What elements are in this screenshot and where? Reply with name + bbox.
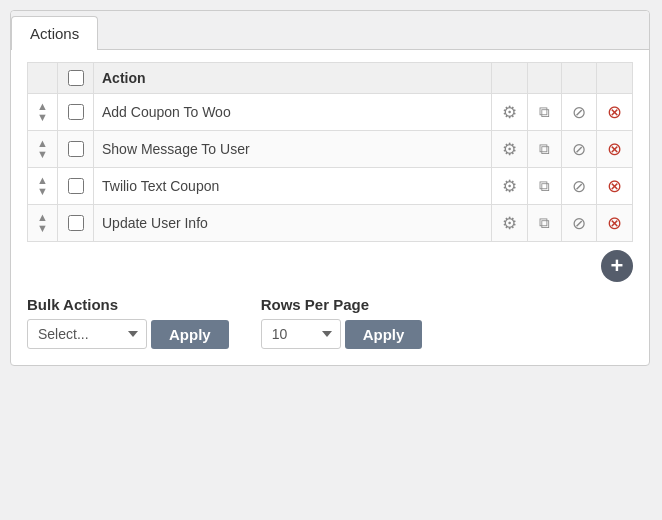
add-btn-row: +	[27, 250, 633, 282]
remove-icon	[607, 212, 622, 234]
gear-icon	[502, 176, 517, 197]
copy-icon	[539, 102, 550, 122]
settings-cell	[492, 168, 528, 205]
bulk-actions-label: Bulk Actions	[27, 296, 229, 313]
table-row: ▲ ▼ Twilio Text Coupon	[28, 168, 633, 205]
bulk-actions-controls: Select...Delete Apply	[27, 319, 229, 349]
drag-handle[interactable]: ▲ ▼	[36, 175, 49, 197]
rows-apply-button[interactable]: Apply	[345, 320, 423, 349]
block-icon	[572, 213, 586, 234]
row-checkbox[interactable]	[68, 178, 84, 194]
panel-content: Action ▲ ▼ Add Coupon To	[11, 50, 649, 365]
remove-cell	[597, 131, 633, 168]
block-cell	[562, 94, 597, 131]
copy-button[interactable]	[537, 100, 552, 124]
remove-cell	[597, 205, 633, 242]
settings-button[interactable]	[500, 211, 519, 236]
table-row: ▲ ▼ Show Message To User	[28, 131, 633, 168]
copy-icon	[539, 213, 550, 233]
gear-icon	[502, 102, 517, 123]
tab-actions[interactable]: Actions	[11, 16, 98, 50]
settings-cell	[492, 94, 528, 131]
bulk-actions-section: Bulk Actions Select...Delete Apply	[27, 296, 229, 349]
settings-cell	[492, 131, 528, 168]
block-button[interactable]	[570, 137, 588, 162]
row-check-cell	[58, 94, 94, 131]
row-action-label: Update User Info	[94, 205, 492, 242]
settings-button[interactable]	[500, 100, 519, 125]
header-icon-3	[562, 63, 597, 94]
block-cell	[562, 131, 597, 168]
settings-cell	[492, 205, 528, 242]
block-cell	[562, 205, 597, 242]
block-icon	[572, 102, 586, 123]
block-cell	[562, 168, 597, 205]
rows-per-page-section: Rows Per Page 102550100 Apply	[261, 296, 423, 349]
remove-button[interactable]	[605, 173, 624, 199]
remove-cell	[597, 94, 633, 131]
header-icon-4	[597, 63, 633, 94]
remove-cell	[597, 168, 633, 205]
copy-cell	[528, 205, 562, 242]
table-header-row: Action	[28, 63, 633, 94]
drag-handle[interactable]: ▲ ▼	[36, 101, 49, 123]
table-row: ▲ ▼ Update User Info	[28, 205, 633, 242]
select-all-checkbox[interactable]	[68, 70, 84, 86]
copy-cell	[528, 131, 562, 168]
remove-button[interactable]	[605, 210, 624, 236]
main-panel: Actions Action	[10, 10, 650, 366]
rows-per-page-select[interactable]: 102550100	[261, 319, 341, 349]
actions-table: Action ▲ ▼ Add Coupon To	[27, 62, 633, 242]
remove-icon	[607, 175, 622, 197]
footer: Bulk Actions Select...Delete Apply Rows …	[27, 296, 633, 349]
drag-handle[interactable]: ▲ ▼	[36, 212, 49, 234]
drag-cell[interactable]: ▲ ▼	[28, 94, 58, 131]
drag-cell[interactable]: ▲ ▼	[28, 168, 58, 205]
drag-cell[interactable]: ▲ ▼	[28, 205, 58, 242]
block-button[interactable]	[570, 211, 588, 236]
header-icon-1	[492, 63, 528, 94]
settings-button[interactable]	[500, 137, 519, 162]
copy-cell	[528, 94, 562, 131]
bulk-actions-select[interactable]: Select...Delete	[27, 319, 147, 349]
gear-icon	[502, 213, 517, 234]
table-row: ▲ ▼ Add Coupon To Woo	[28, 94, 633, 131]
drag-handle[interactable]: ▲ ▼	[36, 138, 49, 160]
row-check-cell	[58, 205, 94, 242]
gear-icon	[502, 139, 517, 160]
copy-cell	[528, 168, 562, 205]
row-checkbox[interactable]	[68, 141, 84, 157]
block-icon	[572, 139, 586, 160]
bulk-apply-button[interactable]: Apply	[151, 320, 229, 349]
block-button[interactable]	[570, 100, 588, 125]
row-checkbox[interactable]	[68, 215, 84, 231]
settings-button[interactable]	[500, 174, 519, 199]
drag-cell[interactable]: ▲ ▼	[28, 131, 58, 168]
row-action-label: Show Message To User	[94, 131, 492, 168]
row-action-label: Twilio Text Coupon	[94, 168, 492, 205]
header-icon-2	[528, 63, 562, 94]
block-icon	[572, 176, 586, 197]
block-button[interactable]	[570, 174, 588, 199]
copy-button[interactable]	[537, 211, 552, 235]
header-drag	[28, 63, 58, 94]
rows-per-page-controls: 102550100 Apply	[261, 319, 423, 349]
remove-icon	[607, 138, 622, 160]
row-check-cell	[58, 168, 94, 205]
remove-button[interactable]	[605, 99, 624, 125]
header-check	[58, 63, 94, 94]
copy-button[interactable]	[537, 137, 552, 161]
rows-per-page-label: Rows Per Page	[261, 296, 423, 313]
row-checkbox[interactable]	[68, 104, 84, 120]
copy-button[interactable]	[537, 174, 552, 198]
remove-button[interactable]	[605, 136, 624, 162]
row-check-cell	[58, 131, 94, 168]
header-action: Action	[94, 63, 492, 94]
row-action-label: Add Coupon To Woo	[94, 94, 492, 131]
tab-bar: Actions	[11, 11, 649, 50]
copy-icon	[539, 139, 550, 159]
remove-icon	[607, 101, 622, 123]
add-action-button[interactable]: +	[601, 250, 633, 282]
copy-icon	[539, 176, 550, 196]
